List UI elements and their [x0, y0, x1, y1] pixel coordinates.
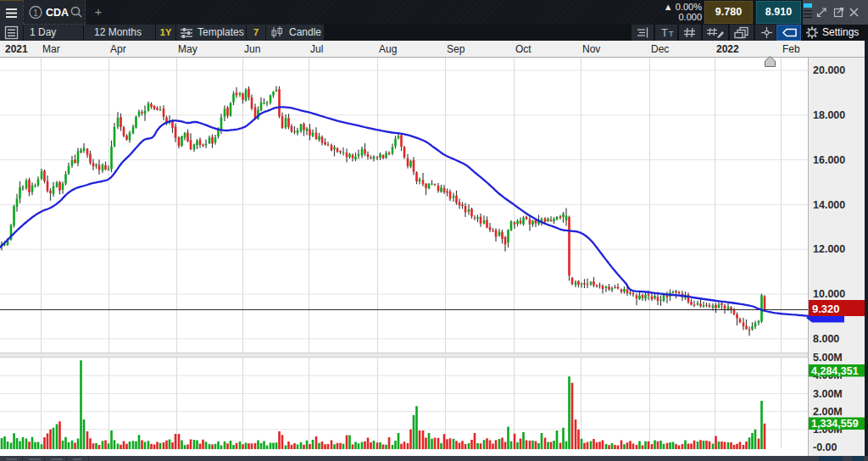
- svg-text:1: 1: [33, 8, 38, 18]
- svg-text:CDA: CDA: [46, 7, 69, 19]
- svg-text:Feb: Feb: [782, 43, 800, 55]
- svg-text:T: T: [669, 30, 674, 38]
- svg-text:T: T: [661, 26, 668, 39]
- svg-text:2021: 2021: [5, 43, 28, 55]
- svg-text:2022: 2022: [716, 43, 739, 55]
- svg-text:20.000: 20.000: [813, 64, 845, 76]
- svg-text:Jul: Jul: [310, 43, 323, 55]
- svg-text:Jun: Jun: [244, 43, 260, 55]
- svg-text:14.000: 14.000: [813, 199, 845, 211]
- svg-text:Sep: Sep: [447, 43, 465, 55]
- svg-text:Oct: Oct: [515, 43, 531, 55]
- svg-text:Nov: Nov: [582, 43, 600, 55]
- svg-text:18.000: 18.000: [813, 109, 845, 121]
- svg-text:2.00M: 2.00M: [813, 406, 843, 418]
- svg-text:4,284,351: 4,284,351: [811, 365, 859, 377]
- svg-text:Dec: Dec: [651, 43, 669, 55]
- svg-text:9.320: 9.320: [812, 303, 840, 315]
- svg-text:16.000: 16.000: [813, 154, 845, 166]
- svg-text:3.00M: 3.00M: [813, 388, 843, 400]
- svg-text:-0.00: -0.00: [813, 442, 837, 453]
- svg-text:10.000: 10.000: [813, 288, 845, 300]
- svg-text:May: May: [178, 43, 198, 55]
- svg-text:Apr: Apr: [110, 43, 126, 55]
- svg-text:1,334,559: 1,334,559: [811, 418, 859, 430]
- svg-text:8.000: 8.000: [813, 333, 839, 345]
- svg-text:Aug: Aug: [379, 43, 397, 55]
- svg-text:5.00M: 5.00M: [813, 352, 843, 364]
- svg-text:12.000: 12.000: [813, 243, 845, 255]
- svg-text:Mar: Mar: [42, 43, 60, 55]
